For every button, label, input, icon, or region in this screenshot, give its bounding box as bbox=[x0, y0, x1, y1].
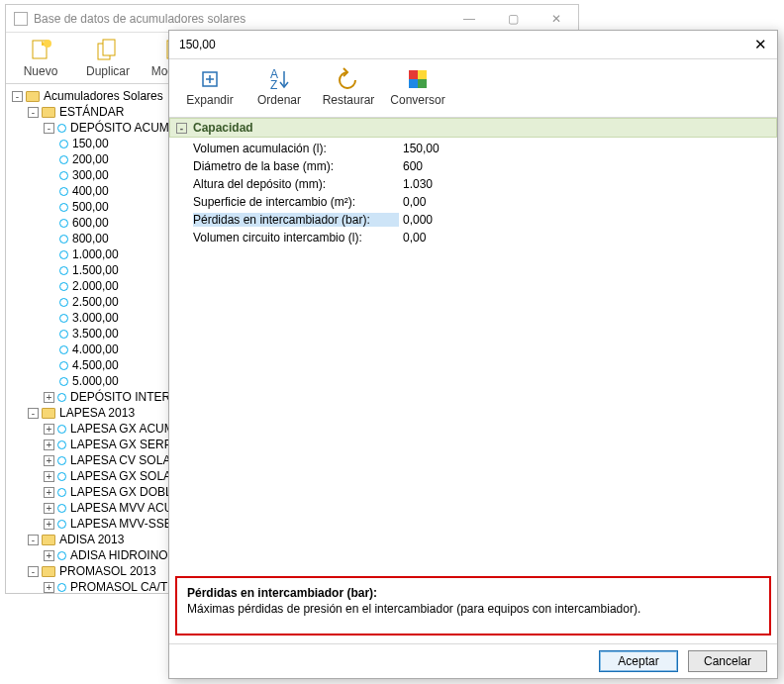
folder-icon bbox=[26, 91, 40, 102]
sort-icon: AZ bbox=[265, 65, 293, 93]
expandir-button[interactable]: Expandir bbox=[181, 65, 239, 117]
expand-icon[interactable]: + bbox=[44, 440, 54, 450]
collapse-icon[interactable]: - bbox=[28, 408, 39, 419]
ordenar-label: Ordenar bbox=[257, 93, 301, 107]
item-icon bbox=[59, 377, 68, 386]
collapse-icon[interactable]: - bbox=[28, 566, 39, 577]
expand-icon[interactable]: + bbox=[44, 550, 54, 561]
description-title: Pérdidas en intercambiador (bar): bbox=[187, 586, 759, 600]
item-icon bbox=[57, 551, 66, 560]
item-icon bbox=[59, 171, 68, 180]
property-value[interactable]: 150,00 bbox=[403, 142, 440, 155]
group-header[interactable]: - Capacidad bbox=[169, 118, 777, 138]
window-controls: — ▢ ✕ bbox=[447, 5, 578, 33]
nuevo-label: Nuevo bbox=[24, 64, 58, 78]
property-name: Altura del depósito (mm): bbox=[193, 177, 399, 191]
undo-icon bbox=[335, 65, 362, 93]
tree-label: LAPESA GX DOBL bbox=[70, 484, 172, 500]
tree-label: 500,00 bbox=[72, 199, 109, 215]
property-value[interactable]: 600 bbox=[403, 159, 423, 173]
tree-label: LAPESA GX SOLA bbox=[70, 468, 171, 484]
folder-icon bbox=[42, 566, 55, 577]
svg-text:Z: Z bbox=[270, 78, 277, 92]
conversor-label: Conversor bbox=[390, 93, 444, 107]
tree-label: Acumuladores Solares bbox=[44, 88, 163, 104]
tree-label: 600,00 bbox=[72, 215, 109, 231]
new-icon bbox=[27, 37, 54, 64]
svg-rect-15 bbox=[409, 79, 418, 88]
property-row[interactable]: Pérdidas en intercambiador (bar):0,000 bbox=[193, 211, 777, 229]
expand-icon[interactable]: + bbox=[44, 471, 54, 482]
tree-label: DEPÓSITO INTER bbox=[70, 389, 170, 405]
item-icon bbox=[57, 393, 66, 402]
item-icon bbox=[59, 250, 68, 259]
property-name: Diámetro de la base (mm): bbox=[193, 159, 399, 173]
tree-label: LAPESA MVV ACU bbox=[70, 500, 172, 516]
folder-icon bbox=[42, 408, 55, 419]
expand-icon[interactable]: + bbox=[44, 519, 54, 530]
converter-icon bbox=[404, 65, 432, 93]
nuevo-button[interactable]: Nuevo bbox=[16, 37, 65, 83]
collapse-icon[interactable]: - bbox=[44, 123, 54, 134]
back-window-title: Base de datos de acumuladores solares bbox=[34, 12, 245, 26]
close-button[interactable]: ✕ bbox=[535, 5, 578, 33]
tree-label: LAPESA MVV-SSB bbox=[70, 516, 172, 532]
item-icon bbox=[59, 282, 68, 291]
property-row[interactable]: Altura del depósito (mm):1.030 bbox=[193, 175, 777, 193]
maximize-button[interactable]: ▢ bbox=[491, 5, 535, 33]
collapse-icon[interactable]: - bbox=[28, 107, 39, 118]
item-icon bbox=[57, 488, 66, 497]
item-icon bbox=[57, 440, 66, 449]
svg-rect-14 bbox=[418, 70, 427, 79]
property-value[interactable]: 0,00 bbox=[403, 195, 426, 209]
collapse-icon[interactable]: - bbox=[28, 535, 39, 545]
restaurar-button[interactable]: Restaurar bbox=[320, 65, 377, 117]
property-name: Pérdidas en intercambiador (bar): bbox=[193, 213, 399, 227]
svg-rect-16 bbox=[418, 79, 427, 88]
tree-label: LAPESA 2013 bbox=[59, 405, 135, 421]
minimize-button[interactable]: — bbox=[447, 5, 491, 33]
ordenar-button[interactable]: AZ Ordenar bbox=[250, 65, 308, 117]
tree-label: 200,00 bbox=[72, 151, 109, 167]
property-row[interactable]: Diámetro de la base (mm):600 bbox=[193, 157, 777, 175]
expand-icon[interactable]: + bbox=[44, 582, 54, 593]
expand-icon[interactable]: + bbox=[44, 503, 54, 514]
tree-label: 2.000,00 bbox=[72, 278, 119, 294]
close-icon[interactable]: ✕ bbox=[754, 36, 767, 53]
cancelar-button[interactable]: Cancelar bbox=[688, 650, 767, 672]
expand-icon[interactable]: + bbox=[44, 392, 54, 403]
tree-label: 400,00 bbox=[72, 183, 109, 199]
front-titlebar: 150,00 ✕ bbox=[169, 31, 777, 58]
property-row[interactable]: Superficie de intercambio (m²):0,00 bbox=[193, 193, 777, 211]
aceptar-button[interactable]: Aceptar bbox=[599, 650, 678, 672]
property-value[interactable]: 0,00 bbox=[403, 231, 426, 244]
collapse-icon[interactable]: - bbox=[12, 91, 23, 102]
description-text: Máximas pérdidas de presión en el interc… bbox=[187, 602, 759, 616]
app-icon bbox=[14, 12, 28, 26]
property-value[interactable]: 1.030 bbox=[403, 177, 433, 191]
expand-icon[interactable]: + bbox=[44, 424, 54, 435]
item-icon bbox=[59, 219, 68, 228]
conversor-button[interactable]: Conversor bbox=[389, 65, 446, 117]
expand-icon[interactable]: + bbox=[44, 487, 54, 498]
tree-label: 300,00 bbox=[72, 167, 109, 183]
property-row[interactable]: Volumen circuito intercambio (l):0,00 bbox=[193, 229, 777, 246]
item-icon bbox=[59, 187, 68, 196]
item-icon bbox=[57, 472, 66, 481]
tree-label: 3.000,00 bbox=[72, 310, 119, 326]
property-value[interactable]: 0,000 bbox=[403, 213, 433, 227]
tree-label: DEPÓSITO ACUM bbox=[70, 120, 169, 136]
expand-icon[interactable]: + bbox=[44, 455, 54, 466]
property-row[interactable]: Volumen acumulación (l):150,00 bbox=[193, 140, 777, 157]
tree-label: LAPESA GX SERP bbox=[70, 437, 172, 452]
collapse-icon[interactable]: - bbox=[176, 123, 187, 134]
item-icon bbox=[59, 314, 68, 323]
duplicar-button[interactable]: Duplicar bbox=[83, 37, 133, 83]
tree-label: LAPESA CV SOLA bbox=[70, 452, 170, 468]
item-icon bbox=[59, 361, 68, 370]
item-icon bbox=[57, 425, 66, 434]
tree-label: 2.500,00 bbox=[72, 294, 119, 310]
property-name: Superficie de intercambio (m²): bbox=[193, 195, 399, 209]
tree-label: PROMASOL CA/T bbox=[70, 579, 167, 595]
tree-label: 5.000,00 bbox=[72, 373, 119, 389]
